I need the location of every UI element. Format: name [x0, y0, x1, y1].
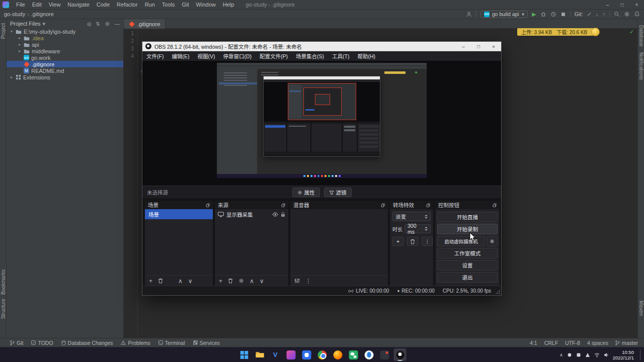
- taskbar-clock[interactable]: 10:50 2022/12/1: [613, 349, 634, 360]
- user-icon[interactable]: [466, 11, 472, 17]
- menu-tools[interactable]: Tools: [158, 0, 179, 10]
- file-explorer-button[interactable]: [254, 348, 266, 361]
- stripe-structure[interactable]: Structure: [1, 299, 6, 319]
- profiler-icon[interactable]: [550, 11, 556, 17]
- wechat-button[interactable]: [347, 348, 360, 361]
- obs-menu-view[interactable]: 视图(V): [193, 52, 219, 60]
- menu-run[interactable]: Run: [141, 0, 158, 10]
- source-properties-button[interactable]: 属性: [292, 188, 320, 197]
- network-speed-widget[interactable]: 上传: 3.94 KB 下载: 20.6 KB: [517, 28, 596, 36]
- statusbar-terminal[interactable]: Terminal: [158, 340, 185, 346]
- mixer-dock-header[interactable]: 混音器: [290, 201, 388, 209]
- stop-icon[interactable]: [560, 12, 566, 17]
- media-app-button[interactable]: [285, 348, 297, 361]
- tree-collapsed-icon[interactable]: ▸: [18, 49, 22, 53]
- studio-mode-button[interactable]: 工作室模式: [437, 248, 498, 258]
- float-dock-icon[interactable]: [381, 203, 385, 207]
- source-filters-button[interactable]: 滤镜: [324, 188, 352, 197]
- obs-menu-docks[interactable]: 停靠窗口(D): [219, 52, 256, 60]
- transition-properties-button[interactable]: ⋮: [422, 237, 433, 246]
- settings-gear-icon[interactable]: [624, 11, 630, 17]
- tray-icon[interactable]: [585, 352, 590, 357]
- git-commit-icon[interactable]: ✓: [587, 12, 592, 17]
- stripe-database[interactable]: Database: [638, 25, 644, 47]
- add-source-button[interactable]: +: [219, 278, 222, 285]
- locate-file-icon[interactable]: ◎: [87, 21, 92, 27]
- obs-titlebar[interactable]: OBS 28.1.2 (64-bit, windows) - 配置文件: 未命名…: [142, 42, 501, 51]
- spinner-arrows-icon[interactable]: [425, 215, 428, 219]
- stripe-project[interactable]: Project: [1, 23, 6, 39]
- notifications-bell-icon[interactable]: [634, 11, 640, 17]
- menu-file[interactable]: File: [13, 0, 29, 10]
- transition-duration-input[interactable]: 300 ms: [405, 224, 431, 233]
- transitions-dock-header[interactable]: 转场特效: [390, 201, 433, 209]
- tray-icon[interactable]: [576, 352, 581, 357]
- tree-collapsed-icon[interactable]: ▸: [18, 36, 22, 40]
- float-dock-icon[interactable]: [281, 203, 285, 207]
- menu-help[interactable]: Help: [219, 0, 238, 10]
- sources-dock-header[interactable]: 来源: [215, 201, 288, 209]
- menu-code[interactable]: Code: [93, 0, 113, 10]
- volume-icon[interactable]: [604, 352, 609, 357]
- visibility-eye-icon[interactable]: [272, 212, 278, 217]
- obs-menu-tools[interactable]: 工具(T): [328, 52, 353, 60]
- lock-icon[interactable]: [281, 212, 285, 217]
- tree-item-extensions[interactable]: ▸ Extensions: [7, 74, 123, 80]
- source-properties-gear-icon[interactable]: [238, 278, 244, 284]
- firefox-button[interactable]: [332, 348, 344, 361]
- remove-transition-button[interactable]: [407, 237, 418, 246]
- statusbar-todo[interactable]: TODO: [31, 340, 53, 346]
- qq-button[interactable]: [363, 348, 375, 361]
- breadcrumb-project[interactable]: go-study: [4, 11, 25, 17]
- obs-maximize-button[interactable]: □: [471, 42, 486, 51]
- scene-item[interactable]: 场景: [145, 209, 213, 219]
- git-branch-widget[interactable]: master: [615, 340, 638, 346]
- run-config-select[interactable]: GO go build api ▾: [480, 11, 528, 18]
- statusbar-problems[interactable]: Problems: [121, 340, 150, 346]
- tray-chevron-icon[interactable]: ∧: [559, 352, 563, 357]
- add-scene-button[interactable]: +: [149, 278, 152, 285]
- menu-refactor[interactable]: Refactor: [113, 0, 141, 10]
- tree-item-idea[interactable]: ▸ .idea: [7, 35, 123, 41]
- float-dock-icon[interactable]: [493, 203, 497, 207]
- menu-window[interactable]: Window: [193, 0, 219, 10]
- mixer-more-button[interactable]: ⋮: [305, 278, 311, 285]
- blue-app-button[interactable]: [300, 348, 313, 361]
- remove-scene-button[interactable]: [158, 278, 163, 284]
- obs-preview-area[interactable]: [142, 61, 501, 186]
- obs-close-button[interactable]: ×: [486, 42, 501, 51]
- breadcrumb-file[interactable]: .gitignore: [31, 11, 54, 17]
- transition-select[interactable]: 淡变: [392, 212, 431, 221]
- tree-expanded-icon[interactable]: ▾: [10, 29, 14, 34]
- source-down-button[interactable]: ∨: [260, 278, 264, 285]
- tree-item-api[interactable]: ▸ api: [7, 41, 123, 48]
- obs-menu-edit[interactable]: 编辑(E): [168, 52, 193, 60]
- scene-down-button[interactable]: ∨: [188, 278, 193, 285]
- hide-panel-icon[interactable]: —: [115, 21, 120, 27]
- panel-settings-gear-icon[interactable]: [105, 21, 110, 27]
- statusbar-git[interactable]: Git: [10, 340, 23, 346]
- spinner-arrows-icon[interactable]: [425, 227, 428, 231]
- debug-icon[interactable]: [540, 11, 546, 17]
- search-icon[interactable]: [614, 11, 620, 17]
- tree-collapsed-icon[interactable]: ▸: [10, 75, 14, 79]
- menu-view[interactable]: View: [45, 0, 64, 10]
- dark-app-button[interactable]: [378, 348, 391, 361]
- stripe-maven[interactable]: Maven: [638, 301, 644, 316]
- tree-item-middleware[interactable]: ▸ middleware: [7, 48, 123, 54]
- obs-menu-profile[interactable]: 配置文件(P): [256, 52, 292, 60]
- ide-close-button[interactable]: ×: [629, 0, 644, 10]
- menu-edit[interactable]: Edit: [29, 0, 45, 10]
- tray-icon[interactable]: [567, 352, 572, 357]
- obs-minimize-button[interactable]: –: [456, 42, 471, 51]
- resize-grip[interactable]: [496, 290, 500, 294]
- source-item[interactable]: 显示器采集: [215, 209, 288, 219]
- start-recording-button[interactable]: 开始录制: [437, 224, 498, 234]
- show-desktop-button[interactable]: [640, 350, 641, 360]
- source-up-button[interactable]: ∧: [250, 278, 254, 285]
- ide-maximize-button[interactable]: □: [615, 0, 629, 10]
- exit-button[interactable]: 退出: [437, 272, 498, 283]
- stripe-bookmarks[interactable]: Bookmarks: [1, 269, 6, 295]
- start-button[interactable]: [238, 348, 251, 361]
- statusbar-services[interactable]: Services: [193, 340, 220, 346]
